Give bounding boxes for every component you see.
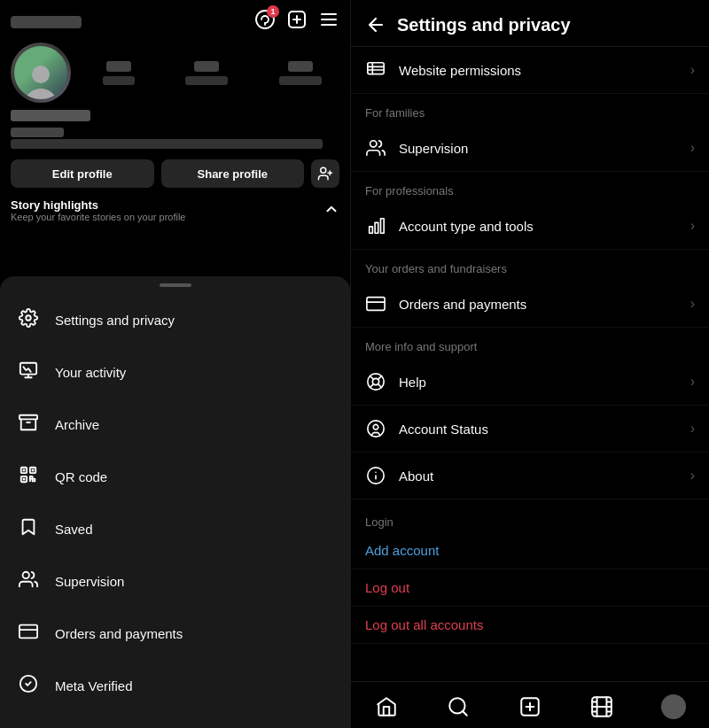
svg-point-2	[32, 66, 50, 83]
stat-posts	[103, 61, 135, 85]
menu-label-activity: Your activity	[55, 365, 126, 380]
profile-header: 1	[0, 0, 350, 35]
log-out-all-link[interactable]: Log out all accounts	[351, 607, 709, 644]
svg-point-3	[25, 89, 57, 99]
settings-label-account-type: Account type and tools	[399, 219, 678, 234]
menu-item-activity[interactable]: Your activity	[0, 346, 350, 399]
story-title: Story highlights	[11, 198, 186, 212]
menu-item-orders[interactable]: Orders and payments	[0, 608, 350, 660]
bottom-nav	[351, 681, 709, 728]
qr-icon	[18, 465, 39, 489]
settings-item-orders-pay[interactable]: Orders and payments ›	[351, 281, 709, 328]
bottom-sheet-menu: Settings and privacy Your activity	[0, 276, 350, 728]
chevron-right-icon: ›	[690, 62, 695, 78]
menu-label-orders: Orders and payments	[55, 626, 183, 641]
info-icon	[365, 465, 386, 486]
log-out-link[interactable]: Log out	[351, 569, 709, 607]
svg-rect-23	[367, 298, 385, 311]
verified-icon	[18, 674, 39, 698]
svg-rect-20	[381, 219, 385, 234]
section-header-orders: Your orders and fundraisers	[351, 250, 709, 281]
login-section: Login Add account Log out Log out all ac…	[351, 500, 709, 651]
story-subtitle: Keep your favorite stories on your profi…	[11, 212, 186, 222]
supervision-icon	[18, 569, 39, 593]
bookmark-icon	[18, 517, 39, 541]
left-panel: 1	[0, 0, 350, 728]
svg-rect-11	[23, 469, 26, 472]
svg-point-19	[370, 141, 377, 147]
profile-buttons: Edit profile Share profile	[0, 154, 350, 193]
header-icons: 1	[254, 9, 339, 35]
settings-item-about[interactable]: About ›	[351, 453, 709, 500]
collapse-icon[interactable]	[323, 201, 339, 221]
settings-item-account-status[interactable]: Account Status ›	[351, 406, 709, 453]
settings-item-supervision[interactable]: Supervision ›	[351, 125, 709, 172]
menu-label-settings: Settings and privacy	[55, 313, 175, 328]
chevron-right-icon: ›	[690, 468, 695, 484]
notification-badge: 1	[267, 5, 279, 18]
settings-title: Settings and privacy	[397, 15, 571, 35]
menu-item-qr[interactable]: QR code	[0, 451, 350, 503]
section-header-families: For families	[351, 94, 709, 125]
nav-reels[interactable]	[582, 689, 621, 724]
nav-search[interactable]	[439, 689, 478, 724]
add-person-button[interactable]	[311, 159, 339, 188]
edit-profile-button[interactable]: Edit profile	[11, 159, 154, 188]
svg-point-27	[373, 424, 378, 430]
profile-name-area	[11, 16, 82, 28]
svg-point-4	[321, 167, 326, 173]
add-account-link[interactable]: Add account	[351, 532, 709, 569]
menu-item-supervision[interactable]: Supervision	[0, 555, 350, 608]
username-blur	[11, 16, 82, 28]
username-section	[0, 106, 350, 139]
nav-profile[interactable]	[654, 689, 693, 724]
orders-card-icon	[365, 293, 386, 314]
stat-followers	[185, 61, 228, 85]
chevron-right-icon: ›	[690, 218, 695, 234]
menu-item-meta-verified[interactable]: Meta Verified	[0, 660, 350, 712]
menu-icon[interactable]	[318, 9, 339, 35]
share-profile-button[interactable]: Share profile	[161, 159, 305, 188]
menu-item-archive[interactable]: Archive	[0, 399, 350, 451]
settings-item-website[interactable]: Website permissions ›	[351, 47, 709, 94]
svg-point-26	[368, 421, 384, 437]
menu-item-close-friends[interactable]: Close Friends	[0, 712, 350, 728]
svg-point-14	[23, 572, 29, 578]
settings-content: Website permissions › For families Super…	[351, 47, 709, 681]
stats-row	[85, 61, 339, 85]
chevron-right-icon: ›	[690, 140, 695, 156]
bar-chart-icon	[365, 215, 386, 236]
nav-home[interactable]	[367, 689, 406, 724]
menu-item-saved[interactable]: Saved	[0, 503, 350, 555]
gear-icon	[18, 308, 39, 332]
settings-item-account-type[interactable]: Account type and tools ›	[351, 203, 709, 250]
supervision-right-icon	[365, 137, 386, 159]
settings-item-help[interactable]: Help ›	[351, 359, 709, 406]
settings-header: Settings and privacy	[351, 0, 709, 47]
nav-add[interactable]	[510, 689, 549, 724]
settings-label-account-status: Account Status	[399, 422, 678, 437]
back-button[interactable]	[365, 14, 386, 35]
threads-icon[interactable]: 1	[254, 9, 276, 35]
svg-rect-15	[19, 625, 37, 639]
chevron-right-icon: ›	[690, 421, 695, 437]
svg-rect-22	[370, 227, 373, 233]
add-icon[interactable]	[286, 9, 308, 35]
menu-label-archive: Archive	[55, 417, 99, 432]
activity-icon	[18, 360, 39, 384]
settings-label-about: About	[399, 469, 678, 484]
profile-info-row	[0, 35, 350, 106]
settings-label-help: Help	[399, 375, 678, 390]
svg-rect-12	[32, 469, 35, 472]
lifesaver-icon	[365, 371, 386, 392]
menu-label-qr: QR code	[55, 469, 107, 484]
menu-item-settings[interactable]: Settings and privacy	[0, 294, 350, 346]
person-circle-icon	[365, 418, 386, 439]
avatar	[11, 43, 71, 103]
login-label: Login	[351, 507, 709, 532]
card-icon	[18, 622, 39, 646]
globe-icon	[365, 59, 386, 81]
svg-point-5	[26, 315, 31, 321]
nav-avatar	[661, 694, 686, 719]
settings-label-supervision: Supervision	[399, 141, 678, 156]
